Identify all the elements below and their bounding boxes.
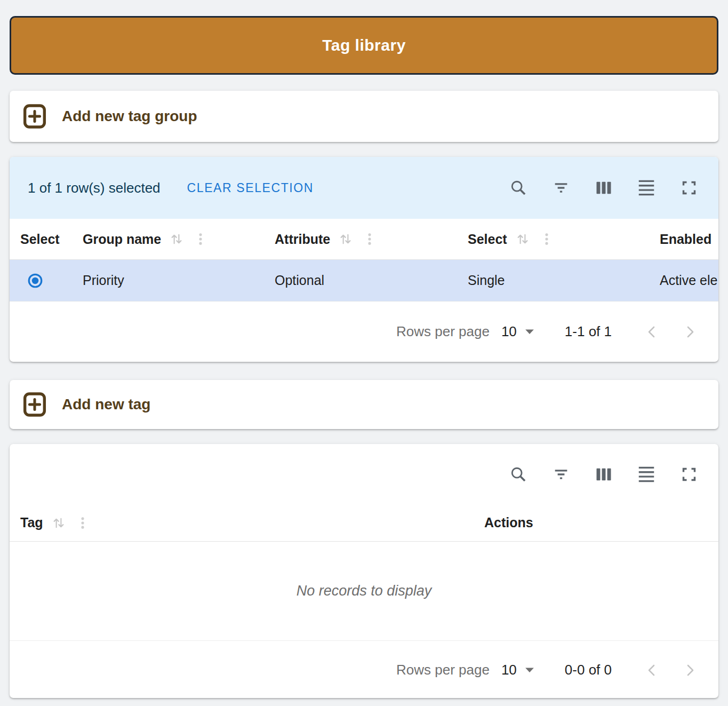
add-new-tag-group-label: Add new tag group	[62, 108, 197, 125]
page-title: Tag library	[322, 36, 406, 54]
add-new-tag-label: Add new tag	[62, 396, 150, 413]
sort-icon[interactable]	[338, 231, 354, 247]
cell-enabled: Active ele	[649, 273, 718, 288]
search-icon[interactable]	[506, 462, 531, 487]
previous-page-icon[interactable]	[639, 319, 665, 345]
tag-table: Tag Actions No records to display Rows p…	[10, 444, 718, 698]
filter-icon[interactable]	[548, 462, 574, 487]
show-hide-columns-icon[interactable]	[591, 175, 617, 201]
next-page-icon[interactable]	[677, 657, 702, 683]
group-table-toolbar-icons	[506, 175, 702, 201]
column-menu-icon[interactable]	[193, 232, 208, 247]
tag-group-table: 1 of 1 row(s) selected CLEAR SELECTION S…	[10, 157, 718, 362]
clear-selection-button[interactable]: CLEAR SELECTION	[181, 176, 320, 201]
tag-library-page: Tag library Add new tag group 1 of 1 row…	[0, 0, 728, 706]
previous-page-icon[interactable]	[639, 657, 665, 683]
table-row[interactable]: Priority Optional Single Active ele	[10, 260, 718, 302]
selection-count-text: 1 of 1 row(s) selected	[28, 180, 161, 196]
column-menu-icon[interactable]	[75, 515, 90, 530]
no-records-text: No records to display	[297, 583, 432, 599]
tag-library-header: Tag library	[10, 16, 718, 75]
column-header-tag: Tag	[10, 515, 474, 531]
rows-per-page-label: Rows per page	[396, 323, 490, 340]
group-table-toolbar: 1 of 1 row(s) selected CLEAR SELECTION	[10, 157, 718, 219]
next-page-icon[interactable]	[677, 319, 702, 345]
add-new-tag-button[interactable]: Add new tag	[10, 380, 718, 429]
tag-table-toolbar	[10, 444, 718, 504]
search-icon[interactable]	[506, 175, 531, 201]
column-header-enabled: Enabled	[649, 232, 718, 247]
plus-square-icon	[21, 102, 48, 131]
tag-table-toolbar-icons	[506, 462, 702, 487]
column-menu-icon[interactable]	[539, 232, 554, 247]
column-header-actions: Actions	[474, 515, 718, 530]
filter-icon[interactable]	[548, 175, 574, 201]
column-menu-icon[interactable]	[362, 232, 377, 247]
tag-table-empty-body: No records to display	[10, 542, 718, 640]
fullscreen-icon[interactable]	[676, 462, 702, 487]
sort-icon[interactable]	[169, 231, 185, 247]
cell-attribute: Optional	[264, 273, 457, 288]
row-select-cell	[10, 273, 72, 289]
cell-group-name: Priority	[72, 273, 264, 288]
column-header-select-mode: Select	[457, 231, 649, 247]
add-new-tag-group-button[interactable]: Add new tag group	[10, 91, 718, 142]
group-table-header-row: Select Group name Attribute Select Enabl…	[10, 219, 718, 260]
cell-select-mode: Single	[457, 273, 649, 288]
pagination-range: 1-1 of 1	[565, 323, 612, 340]
plus-square-icon	[21, 390, 48, 419]
pagination-range: 0-0 of 0	[565, 662, 612, 678]
caret-down-icon	[525, 329, 534, 334]
column-header-group-name: Group name	[72, 231, 264, 247]
rows-per-page-label: Rows per page	[396, 662, 490, 678]
show-hide-columns-icon[interactable]	[591, 462, 617, 487]
caret-down-icon	[525, 668, 534, 672]
density-icon[interactable]	[634, 462, 659, 487]
sort-icon[interactable]	[515, 231, 531, 247]
column-header-select: Select	[10, 232, 72, 247]
column-header-attribute: Attribute	[264, 231, 457, 247]
radio-selected-icon[interactable]	[27, 273, 43, 289]
rows-per-page-select[interactable]: 10	[501, 662, 534, 678]
group-table-pagination: Rows per page 10 1-1 of 1	[10, 302, 718, 362]
density-icon[interactable]	[634, 175, 659, 201]
rows-per-page-select[interactable]: 10	[501, 323, 534, 340]
fullscreen-icon[interactable]	[676, 175, 702, 201]
tag-table-pagination: Rows per page 10 0-0 of 0	[10, 640, 718, 698]
tag-table-header-row: Tag Actions	[10, 504, 718, 542]
sort-icon[interactable]	[51, 515, 67, 531]
